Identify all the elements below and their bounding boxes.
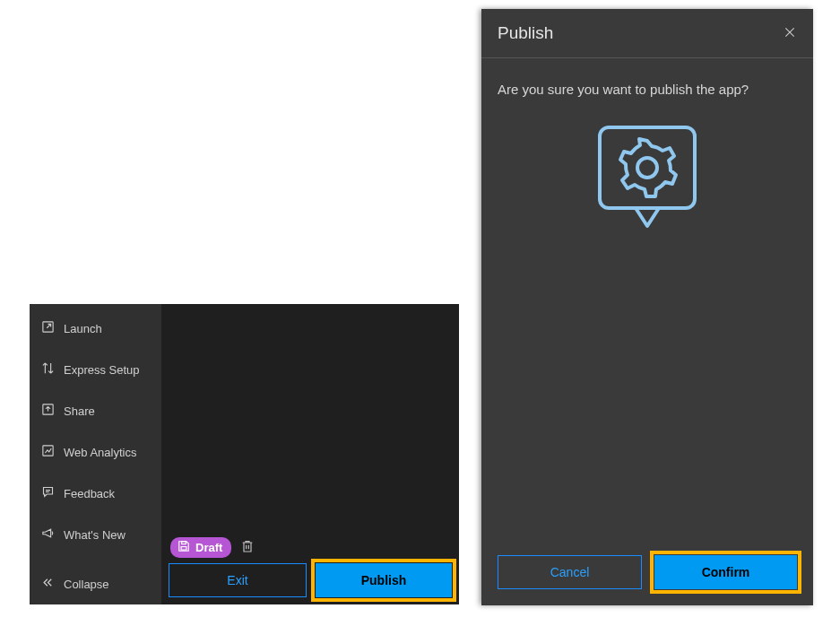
sidebar-item-web-analytics[interactable]: Web Analytics (30, 431, 161, 473)
sidebar-item-launch[interactable]: Launch (30, 308, 161, 349)
publish-button[interactable]: Publish (316, 563, 452, 597)
draft-badge-label: Draft (195, 541, 222, 554)
sidebar-item-label: Collapse (64, 578, 109, 591)
editor-frame: Launch Express Setup Share (30, 304, 459, 604)
sidebar-item-label: Express Setup (64, 363, 140, 377)
publish-button-label: Publish (361, 573, 407, 587)
editor-stage: Draft Exit Publish (161, 304, 459, 604)
save-icon (178, 540, 190, 555)
confirm-button[interactable]: Confirm (654, 555, 797, 589)
confirm-button-label: Confirm (702, 565, 750, 579)
svg-point-6 (637, 158, 657, 178)
draft-badge[interactable]: Draft (170, 537, 231, 558)
sidebar-item-label: What's New (64, 528, 126, 542)
modal-footer: Cancel Confirm (481, 543, 813, 605)
cancel-button-label: Cancel (550, 565, 590, 579)
megaphone-icon (41, 526, 55, 543)
sidebar-item-whats-new[interactable]: What's New (30, 514, 161, 555)
sidebar-item-label: Feedback (64, 487, 115, 500)
publish-modal: Publish Are you sure you want to publish… (481, 9, 813, 605)
sidebar-item-collapse[interactable]: Collapse (30, 563, 161, 604)
share-icon (41, 403, 55, 419)
svg-rect-3 (181, 547, 186, 551)
sidebar-item-express-setup[interactable]: Express Setup (30, 349, 161, 390)
trash-icon[interactable] (240, 539, 255, 556)
sidebar-item-feedback[interactable]: Feedback (30, 473, 161, 514)
svg-rect-4 (182, 542, 186, 544)
chevron-double-left-icon (41, 576, 55, 592)
close-icon[interactable] (783, 25, 797, 42)
stage-bottom-bar: Draft Exit Publish (161, 530, 459, 604)
feedback-icon (41, 485, 55, 501)
gear-speech-icon (589, 120, 706, 239)
modal-title: Publish (498, 23, 553, 43)
modal-body: Are you sure you want to publish the app… (481, 58, 813, 543)
modal-header: Publish (481, 9, 813, 58)
sidebar-item-label: Launch (64, 322, 102, 335)
sidebar-item-label: Share (64, 404, 95, 418)
express-setup-icon (41, 361, 55, 378)
sidebar-item-share[interactable]: Share (30, 390, 161, 431)
exit-button[interactable]: Exit (169, 563, 307, 597)
sidebar-item-label: Web Analytics (64, 446, 136, 459)
launch-icon (41, 320, 55, 336)
exit-button-label: Exit (227, 573, 247, 587)
cancel-button[interactable]: Cancel (498, 555, 642, 589)
modal-question: Are you sure you want to publish the app… (498, 82, 797, 97)
analytics-icon (41, 444, 55, 460)
sidebar: Launch Express Setup Share (30, 304, 161, 604)
